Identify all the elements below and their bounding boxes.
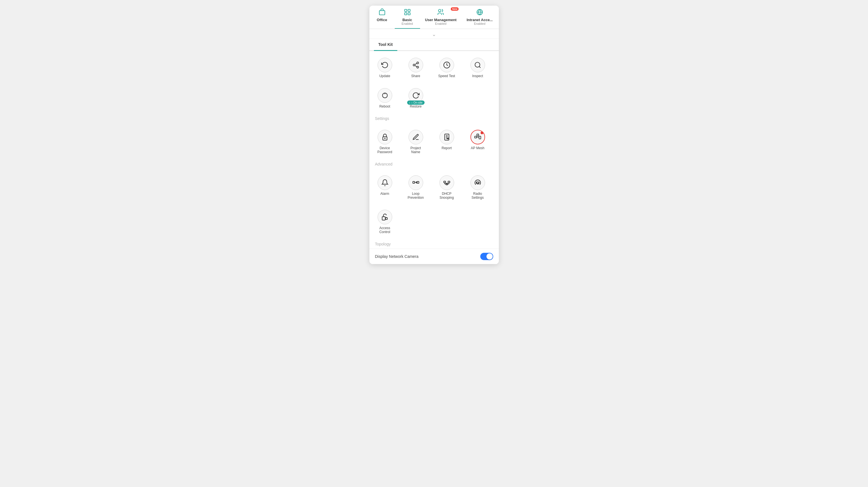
action-reboot[interactable]: Reboot — [369, 84, 400, 112]
tab-user-management-sublabel: Enabled — [435, 22, 446, 25]
dhcp-snooping-icon-circle — [439, 175, 454, 190]
access-control-icon-circle — [378, 210, 392, 224]
ap-mesh-label: AP Mesh — [471, 146, 484, 150]
chevron-row[interactable]: ⌄ — [369, 29, 499, 39]
action-dhcp-snooping[interactable]: DHCP Snooping — [431, 171, 462, 203]
project-name-label: Project Name — [406, 146, 426, 154]
action-report[interactable]: Report — [431, 125, 462, 157]
basic-icon — [404, 8, 411, 17]
dhcp-snooping-label: DHCP Snooping — [437, 192, 457, 200]
tab-intranet-access[interactable]: Intranet Acce... Enabled — [461, 6, 498, 29]
svg-point-14 — [475, 62, 480, 67]
tab-user-management-label: User Management — [425, 18, 457, 22]
toolkit-actions-row: Update Share — [369, 51, 499, 81]
office-icon — [378, 8, 386, 17]
action-loop-prevention[interactable]: Loop Prevention — [400, 171, 431, 203]
user-management-icon — [437, 8, 444, 17]
tab-basic-sublabel: Enabled — [402, 22, 413, 25]
reboot-icon-circle — [378, 88, 392, 103]
radio-settings-label: Radio Settings — [468, 192, 488, 200]
alarm-icon-circle — [378, 175, 392, 190]
reboot-restore-row: Reboot ↕ ↕ On-site Restore — [369, 81, 499, 112]
svg-rect-25 — [479, 136, 481, 139]
loop-prevention-icon-circle — [408, 175, 423, 190]
action-share[interactable]: Share — [400, 53, 431, 81]
tab-toolkit[interactable]: Tool Kit — [374, 39, 397, 51]
svg-rect-24 — [475, 136, 477, 138]
tab-intranet-sublabel: Enabled — [474, 22, 485, 25]
report-icon-circle — [439, 130, 454, 144]
onsite-tooltip: ↕ ↕ On-site — [407, 100, 425, 105]
svg-rect-40 — [385, 218, 388, 220]
tab-basic-label: Basic — [402, 18, 412, 22]
tab-intranet-label: Intranet Acce... — [466, 18, 493, 22]
access-control-label: Access Control — [375, 226, 395, 234]
svg-line-12 — [415, 66, 417, 67]
section-tabs: Tool Kit — [369, 39, 499, 51]
action-access-control[interactable]: Access Control — [369, 205, 400, 237]
device-password-label: Device Password — [375, 146, 395, 154]
svg-rect-31 — [444, 181, 446, 183]
speed-test-icon-circle — [439, 58, 454, 72]
project-name-icon-circle — [408, 130, 423, 144]
display-network-camera-toggle[interactable] — [480, 253, 493, 260]
svg-rect-4 — [405, 13, 407, 15]
share-label: Share — [411, 74, 420, 78]
reboot-label: Reboot — [379, 104, 390, 109]
alarm-label: Alarm — [380, 192, 389, 196]
advanced-heading: Advanced — [369, 157, 499, 169]
advanced-items-row: Alarm Loop Prevention — [369, 169, 499, 203]
action-device-password[interactable]: Device Password — [369, 125, 400, 157]
svg-rect-5 — [408, 13, 410, 15]
svg-point-10 — [413, 64, 415, 66]
svg-rect-32 — [448, 181, 450, 183]
action-radio-settings[interactable]: Radio Settings — [462, 171, 493, 203]
device-password-icon-circle — [378, 130, 392, 144]
action-project-name[interactable]: Project Name — [400, 125, 431, 157]
intranet-icon — [476, 8, 484, 17]
onsite-label: ↕ On-site — [411, 101, 423, 104]
action-inspect[interactable]: Inspect — [462, 53, 493, 81]
svg-rect-3 — [408, 9, 410, 11]
app-container: Office Basic Enabled New — [369, 6, 499, 264]
svg-rect-0 — [379, 11, 385, 15]
content-area: Tool Kit Update — [369, 39, 499, 264]
chevron-down-icon: ⌄ — [432, 31, 436, 37]
speed-test-label: Speed Test — [438, 74, 455, 78]
inspect-label: Inspect — [472, 74, 483, 78]
svg-rect-39 — [382, 217, 385, 220]
tab-basic[interactable]: Basic Enabled — [395, 6, 420, 29]
tab-bar: Office Basic Enabled New — [369, 6, 499, 29]
svg-rect-2 — [405, 9, 407, 11]
action-alarm[interactable]: Alarm — [369, 171, 400, 203]
svg-line-13 — [415, 63, 417, 64]
svg-point-6 — [439, 9, 441, 12]
tab-office[interactable]: Office — [369, 6, 395, 29]
red-dot-indicator — [480, 131, 484, 134]
action-speed-test[interactable]: Speed Test — [431, 53, 462, 81]
share-icon-circle — [408, 58, 423, 72]
settings-items-row: Device Password Project Name — [369, 123, 499, 157]
svg-line-15 — [479, 66, 480, 68]
svg-point-19 — [384, 138, 385, 139]
access-control-row: Access Control — [369, 203, 499, 237]
loop-prevention-label: Loop Prevention — [406, 192, 426, 200]
action-update[interactable]: Update — [369, 53, 400, 81]
restore-icon-circle: ↕ ↕ On-site — [408, 88, 423, 103]
display-network-camera-label: Display Network Camera — [375, 254, 418, 259]
inspect-icon-circle — [470, 58, 485, 72]
svg-rect-29 — [413, 182, 415, 184]
settings-heading: Settings — [369, 112, 499, 123]
radio-settings-icon-circle — [470, 175, 485, 190]
svg-point-38 — [477, 182, 478, 184]
report-label: Report — [441, 146, 452, 150]
action-restore[interactable]: ↕ ↕ On-site Restore — [400, 84, 431, 112]
action-ap-mesh[interactable]: AP Mesh — [462, 125, 493, 157]
restore-label: Restore — [410, 104, 422, 109]
tab-user-management[interactable]: New User Management Enabled — [420, 6, 462, 29]
onsite-icon: ↕ — [409, 101, 410, 104]
svg-point-11 — [417, 66, 418, 68]
update-label: Update — [379, 74, 390, 78]
svg-rect-26 — [477, 134, 478, 136]
tab-office-label: Office — [377, 18, 387, 22]
